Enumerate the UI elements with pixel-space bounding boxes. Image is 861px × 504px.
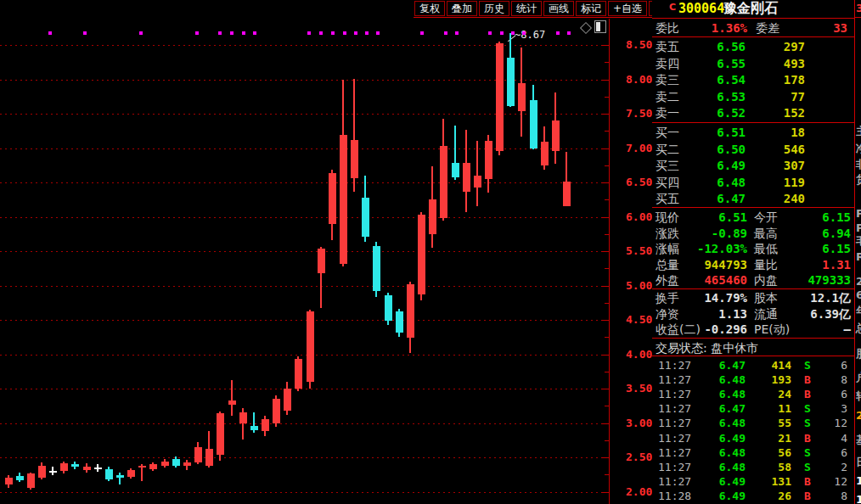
sell-row[interactable]: 卖三6.54178: [652, 72, 854, 88]
high-annotation: ~8.67: [515, 29, 545, 41]
axis-label: 7.00: [626, 143, 652, 154]
edge-char: 基: [856, 434, 861, 446]
limit-up-dot: [195, 31, 199, 35]
quote-label: 总量: [656, 257, 679, 272]
buy-row[interactable]: 买三6.49307: [652, 158, 854, 174]
candle: [262, 419, 269, 431]
tick-row: 11:276.4824B6: [652, 387, 854, 401]
sell-row[interactable]: 卖二6.5377: [652, 89, 854, 105]
major-tick: [601, 217, 609, 218]
quote-panel: C 300064 豫金刚石 委比 1.36% 委差 33 卖五6.56297卖四…: [652, 0, 854, 504]
candle: [71, 464, 79, 467]
tick-side: B: [804, 489, 811, 503]
kline-chart[interactable]: ~8.67 8.508.007.507.006.506.005.505.004.…: [0, 0, 652, 504]
minor-tick: [605, 234, 609, 235]
minor-tick: [605, 474, 609, 475]
gridline: [0, 457, 609, 458]
candle: [318, 249, 325, 273]
major-tick: [601, 320, 609, 321]
tick-price: 6.48: [719, 445, 746, 460]
order-volume: 240: [784, 191, 805, 206]
tick-side: B: [804, 474, 811, 489]
tick-volume: 58: [778, 460, 791, 474]
candle: [362, 198, 369, 237]
gridline: [0, 45, 609, 46]
candle: [94, 468, 102, 469]
gridline: [0, 389, 609, 389]
edge-char: 3: [856, 3, 861, 14]
limit-up-dot: [376, 31, 380, 35]
sell-row[interactable]: 卖四6.55493: [652, 56, 854, 72]
fund-value: 14.79%: [704, 290, 747, 305]
sell-row[interactable]: 卖一6.52152: [652, 105, 854, 121]
gridline: [0, 217, 609, 218]
tick-side: B: [804, 372, 811, 387]
split-window-icon[interactable]: [594, 20, 606, 33]
major-tick: [601, 355, 609, 356]
quote-label: 今开: [754, 210, 778, 225]
tick-price: 6.49: [719, 431, 746, 445]
tick-time: 11:28: [658, 489, 691, 503]
order-label: 买三: [656, 158, 679, 173]
limit-up-dot: [48, 31, 52, 35]
limit-up-dot: [319, 31, 323, 35]
tick-count: 6: [841, 445, 847, 460]
panel-border-right: [854, 0, 855, 504]
fund-row: 净资1.13流通6.39亿: [652, 306, 854, 322]
diamond-icon[interactable]: [580, 22, 592, 34]
fund-value: —: [844, 322, 851, 337]
edge-char: 2: [856, 410, 861, 422]
buy-row[interactable]: 买二6.50546: [652, 142, 854, 158]
major-tick: [601, 182, 609, 183]
axis-label: 3.00: [626, 417, 652, 429]
quote-label: 涨幅: [656, 241, 679, 256]
buy-row[interactable]: 买四6.48119: [652, 175, 854, 191]
candle: [295, 359, 302, 389]
candle: [5, 478, 13, 484]
fund-label: 收益(二): [656, 322, 701, 337]
candle: [239, 412, 247, 423]
separator: [652, 122, 854, 123]
weibi-row: 委比 1.36% 委差 33: [652, 20, 854, 36]
candle: [396, 311, 403, 333]
order-volume: 546: [784, 142, 805, 157]
minor-tick: [605, 337, 609, 338]
order-volume: 493: [784, 56, 805, 71]
order-label: 卖四: [656, 56, 679, 71]
app-window: 复权叠加历史统计画线标记+自选返回 ~8.67 8.508.007.507.00…: [0, 0, 861, 504]
edge-char: P: [856, 208, 861, 220]
tick-count: 8: [841, 372, 847, 387]
candle: [38, 466, 46, 478]
separator: [652, 207, 854, 208]
buy-row[interactable]: 买五6.47240: [652, 191, 854, 207]
axis-label: 5.50: [626, 245, 652, 257]
separator: [652, 288, 854, 289]
buy-row[interactable]: 买一6.5118: [652, 125, 854, 141]
tick-row: 11:276.4711S3: [652, 401, 854, 416]
sell-row[interactable]: 卖五6.56297: [652, 39, 854, 55]
tick-time: 11:27: [658, 445, 691, 460]
limit-up-dot: [253, 31, 256, 35]
order-label: 卖五: [656, 39, 679, 54]
quote-value: 6.15: [822, 210, 851, 225]
limit-up-dot: [343, 31, 346, 35]
tick-volume: 55: [778, 416, 791, 430]
tick-count: 8: [841, 489, 847, 503]
candle: [563, 182, 571, 206]
candle-wick: [476, 141, 478, 206]
separator: [652, 356, 854, 356]
order-label: 卖三: [656, 72, 679, 87]
order-price: 6.49: [717, 158, 746, 173]
minor-tick: [605, 440, 609, 441]
order-price: 6.50: [717, 142, 746, 157]
stock-flag: C: [669, 2, 676, 13]
order-volume: 119: [784, 175, 805, 190]
limit-up-dot: [83, 31, 87, 35]
minor-tick: [605, 131, 609, 132]
candle: [373, 246, 380, 291]
order-price: 6.51: [717, 125, 746, 140]
quote-value: -12.03%: [697, 241, 747, 256]
gridline: [0, 423, 609, 424]
order-label: 买一: [656, 125, 679, 140]
tick-count: 6: [841, 358, 847, 372]
